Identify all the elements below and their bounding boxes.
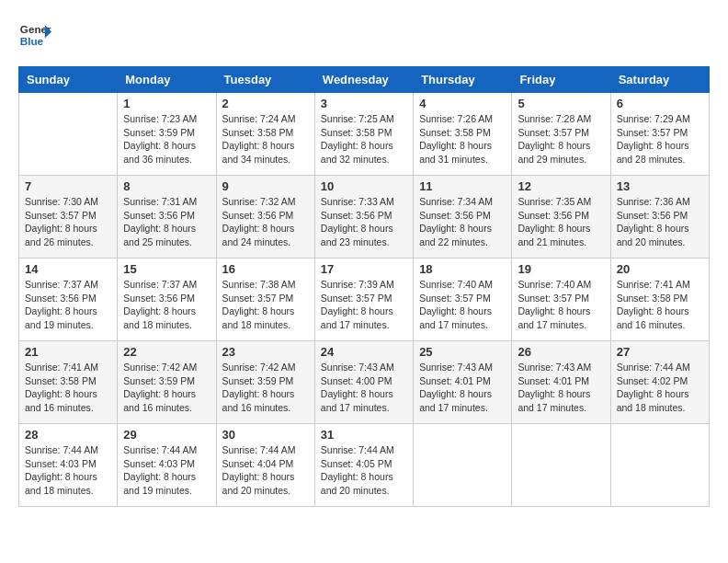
day-number: 20	[617, 262, 703, 276]
day-number: 19	[518, 262, 604, 276]
day-number: 29	[123, 428, 210, 442]
day-info: Sunrise: 7:30 AM Sunset: 3:57 PM Dayligh…	[25, 195, 111, 249]
day-number: 27	[617, 345, 703, 359]
day-info: Sunrise: 7:44 AM Sunset: 4:04 PM Dayligh…	[222, 443, 309, 498]
day-info: Sunrise: 7:37 AM Sunset: 3:56 PM Dayligh…	[25, 278, 111, 332]
calendar-cell: 7Sunrise: 7:30 AM Sunset: 3:57 PM Daylig…	[19, 176, 118, 259]
day-info: Sunrise: 7:35 AM Sunset: 3:56 PM Dayligh…	[518, 195, 604, 249]
day-info: Sunrise: 7:31 AM Sunset: 3:56 PM Dayligh…	[123, 195, 210, 249]
calendar-cell: 24Sunrise: 7:43 AM Sunset: 4:00 PM Dayli…	[314, 341, 413, 424]
day-info: Sunrise: 7:34 AM Sunset: 3:56 PM Dayligh…	[419, 195, 506, 249]
day-number: 8	[123, 179, 210, 193]
day-number: 18	[419, 262, 506, 276]
svg-text:Blue: Blue	[20, 35, 44, 47]
day-info: Sunrise: 7:36 AM Sunset: 3:56 PM Dayligh…	[617, 195, 703, 249]
calendar-cell: 6Sunrise: 7:29 AM Sunset: 3:57 PM Daylig…	[610, 93, 709, 176]
calendar-cell: 30Sunrise: 7:44 AM Sunset: 4:04 PM Dayli…	[216, 424, 314, 507]
page-header: General Blue	[18, 18, 710, 52]
day-info: Sunrise: 7:25 AM Sunset: 3:58 PM Dayligh…	[321, 112, 407, 167]
day-info: Sunrise: 7:32 AM Sunset: 3:56 PM Dayligh…	[222, 195, 309, 249]
day-number: 11	[419, 179, 506, 193]
day-info: Sunrise: 7:37 AM Sunset: 3:56 PM Dayligh…	[123, 278, 210, 332]
day-number: 21	[25, 345, 111, 359]
calendar-week-2: 7Sunrise: 7:30 AM Sunset: 3:57 PM Daylig…	[19, 176, 710, 259]
calendar-cell: 4Sunrise: 7:26 AM Sunset: 3:58 PM Daylig…	[414, 93, 512, 176]
calendar-table: SundayMondayTuesdayWednesdayThursdayFrid…	[18, 66, 710, 507]
calendar-cell	[414, 424, 512, 507]
day-info: Sunrise: 7:43 AM Sunset: 4:00 PM Dayligh…	[321, 361, 407, 415]
calendar-cell: 26Sunrise: 7:43 AM Sunset: 4:01 PM Dayli…	[512, 341, 610, 424]
day-number: 4	[419, 97, 506, 110]
weekday-header-friday: Friday	[512, 67, 610, 93]
day-info: Sunrise: 7:33 AM Sunset: 3:56 PM Dayligh…	[321, 195, 407, 249]
day-number: 22	[123, 345, 210, 359]
day-info: Sunrise: 7:43 AM Sunset: 4:01 PM Dayligh…	[518, 361, 604, 415]
day-number: 6	[617, 97, 703, 110]
calendar-cell: 31Sunrise: 7:44 AM Sunset: 4:05 PM Dayli…	[314, 424, 413, 507]
calendar-cell: 16Sunrise: 7:38 AM Sunset: 3:57 PM Dayli…	[216, 259, 314, 341]
day-number: 1	[123, 97, 210, 110]
day-info: Sunrise: 7:41 AM Sunset: 3:58 PM Dayligh…	[25, 361, 111, 415]
calendar-cell: 15Sunrise: 7:37 AM Sunset: 3:56 PM Dayli…	[118, 259, 216, 341]
calendar-cell: 21Sunrise: 7:41 AM Sunset: 3:58 PM Dayli…	[19, 341, 118, 424]
calendar-cell: 1Sunrise: 7:23 AM Sunset: 3:59 PM Daylig…	[118, 93, 216, 176]
calendar-cell	[512, 424, 610, 507]
day-info: Sunrise: 7:44 AM Sunset: 4:05 PM Dayligh…	[321, 443, 407, 498]
calendar-cell: 29Sunrise: 7:44 AM Sunset: 4:03 PM Dayli…	[118, 424, 216, 507]
day-info: Sunrise: 7:40 AM Sunset: 3:57 PM Dayligh…	[419, 278, 506, 332]
day-info: Sunrise: 7:23 AM Sunset: 3:59 PM Dayligh…	[123, 112, 210, 167]
calendar-cell: 20Sunrise: 7:41 AM Sunset: 3:58 PM Dayli…	[610, 259, 709, 341]
calendar-cell: 17Sunrise: 7:39 AM Sunset: 3:57 PM Dayli…	[314, 259, 413, 341]
day-number: 28	[25, 428, 111, 442]
day-number: 15	[123, 262, 210, 276]
day-info: Sunrise: 7:38 AM Sunset: 3:57 PM Dayligh…	[222, 278, 309, 332]
day-number: 23	[222, 345, 309, 359]
day-info: Sunrise: 7:26 AM Sunset: 3:58 PM Dayligh…	[419, 112, 506, 167]
day-number: 7	[25, 179, 111, 193]
day-number: 12	[518, 179, 604, 193]
weekday-header-row: SundayMondayTuesdayWednesdayThursdayFrid…	[19, 67, 710, 93]
calendar-week-5: 28Sunrise: 7:44 AM Sunset: 4:03 PM Dayli…	[19, 424, 710, 507]
weekday-header-tuesday: Tuesday	[216, 67, 314, 93]
calendar-week-3: 14Sunrise: 7:37 AM Sunset: 3:56 PM Dayli…	[19, 259, 710, 341]
calendar-cell: 28Sunrise: 7:44 AM Sunset: 4:03 PM Dayli…	[19, 424, 118, 507]
calendar-cell: 10Sunrise: 7:33 AM Sunset: 3:56 PM Dayli…	[314, 176, 413, 259]
day-info: Sunrise: 7:42 AM Sunset: 3:59 PM Dayligh…	[123, 361, 210, 415]
day-info: Sunrise: 7:24 AM Sunset: 3:58 PM Dayligh…	[222, 112, 309, 167]
day-info: Sunrise: 7:44 AM Sunset: 4:03 PM Dayligh…	[25, 443, 111, 498]
day-info: Sunrise: 7:44 AM Sunset: 4:02 PM Dayligh…	[617, 361, 703, 415]
calendar-week-4: 21Sunrise: 7:41 AM Sunset: 3:58 PM Dayli…	[19, 341, 710, 424]
logo: General Blue	[18, 18, 51, 52]
day-number: 16	[222, 262, 309, 276]
calendar-body: 1Sunrise: 7:23 AM Sunset: 3:59 PM Daylig…	[19, 93, 710, 507]
calendar-cell: 18Sunrise: 7:40 AM Sunset: 3:57 PM Dayli…	[414, 259, 512, 341]
calendar-cell	[19, 93, 118, 176]
calendar-cell: 14Sunrise: 7:37 AM Sunset: 3:56 PM Dayli…	[19, 259, 118, 341]
day-info: Sunrise: 7:29 AM Sunset: 3:57 PM Dayligh…	[617, 112, 703, 167]
day-info: Sunrise: 7:43 AM Sunset: 4:01 PM Dayligh…	[419, 361, 506, 415]
calendar-cell	[610, 424, 709, 507]
day-number: 24	[321, 345, 407, 359]
day-number: 5	[518, 97, 604, 110]
calendar-cell: 12Sunrise: 7:35 AM Sunset: 3:56 PM Dayli…	[512, 176, 610, 259]
calendar-cell: 9Sunrise: 7:32 AM Sunset: 3:56 PM Daylig…	[216, 176, 314, 259]
day-info: Sunrise: 7:41 AM Sunset: 3:58 PM Dayligh…	[617, 278, 703, 332]
calendar-week-1: 1Sunrise: 7:23 AM Sunset: 3:59 PM Daylig…	[19, 93, 710, 176]
calendar-cell: 23Sunrise: 7:42 AM Sunset: 3:59 PM Dayli…	[216, 341, 314, 424]
day-number: 30	[222, 428, 309, 442]
calendar-cell: 8Sunrise: 7:31 AM Sunset: 3:56 PM Daylig…	[118, 176, 216, 259]
calendar-cell: 5Sunrise: 7:28 AM Sunset: 3:57 PM Daylig…	[512, 93, 610, 176]
day-info: Sunrise: 7:28 AM Sunset: 3:57 PM Dayligh…	[518, 112, 604, 167]
weekday-header-wednesday: Wednesday	[314, 67, 413, 93]
weekday-header-thursday: Thursday	[414, 67, 512, 93]
calendar-cell: 25Sunrise: 7:43 AM Sunset: 4:01 PM Dayli…	[414, 341, 512, 424]
day-number: 10	[321, 179, 407, 193]
day-number: 2	[222, 97, 309, 110]
calendar-cell: 2Sunrise: 7:24 AM Sunset: 3:58 PM Daylig…	[216, 93, 314, 176]
day-info: Sunrise: 7:40 AM Sunset: 3:57 PM Dayligh…	[518, 278, 604, 332]
calendar-cell: 19Sunrise: 7:40 AM Sunset: 3:57 PM Dayli…	[512, 259, 610, 341]
day-number: 9	[222, 179, 309, 193]
day-number: 31	[321, 428, 407, 442]
day-number: 14	[25, 262, 111, 276]
weekday-header-monday: Monday	[118, 67, 216, 93]
